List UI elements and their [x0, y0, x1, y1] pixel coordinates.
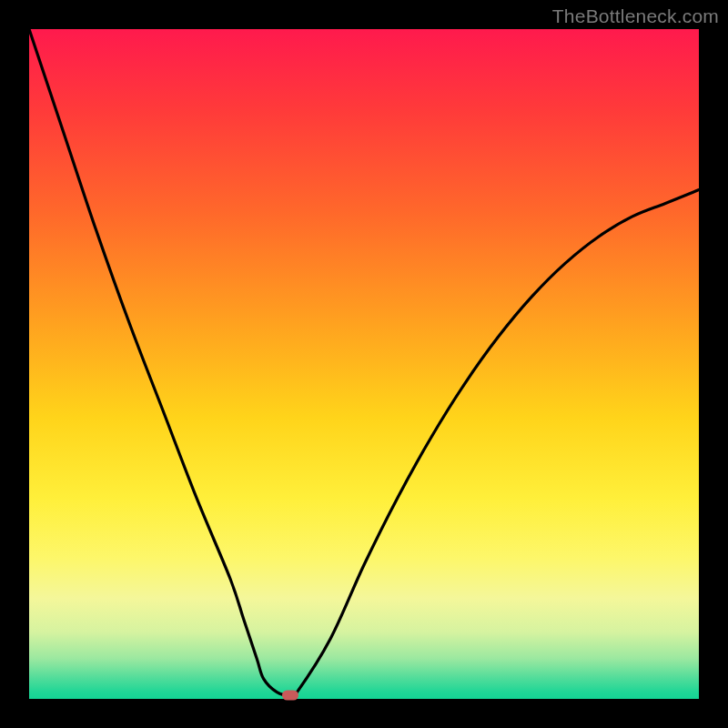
minimum-marker: [282, 691, 298, 701]
bottleneck-curve: [29, 29, 699, 699]
plot-area: [29, 29, 699, 699]
chart-frame: TheBottleneck.com: [0, 0, 728, 728]
attribution-text: TheBottleneck.com: [552, 5, 719, 27]
